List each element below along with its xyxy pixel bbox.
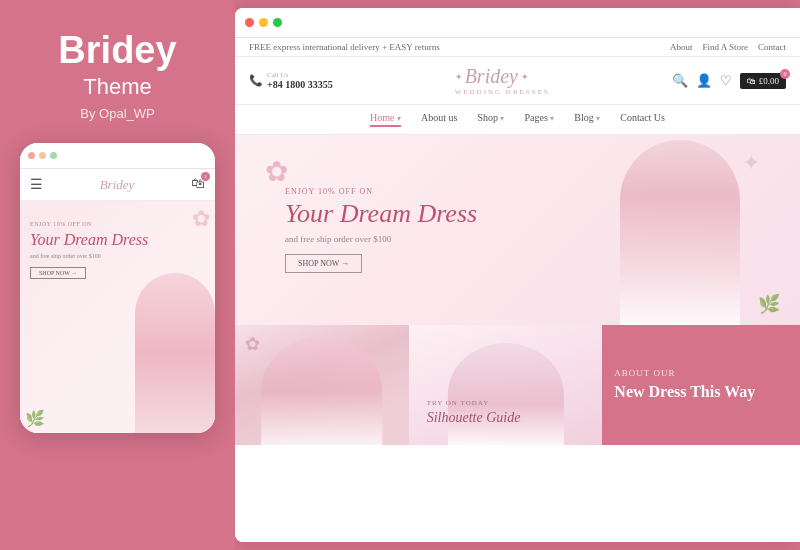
topbar-find-link[interactable]: Find A Store bbox=[702, 42, 748, 52]
mobile-hero-content: ENJOY 10% OFF ON Your Dream Dress and fr… bbox=[30, 221, 148, 279]
hero-subtitle: and free ship order over $100 bbox=[285, 234, 477, 244]
hamburger-icon: ☰ bbox=[30, 176, 43, 193]
grid-item-2: Try on today Silhouette Guide bbox=[409, 325, 603, 445]
mobile-logo: Bridey bbox=[100, 175, 135, 193]
mobile-cart-icon: 🛍 2 bbox=[191, 176, 205, 192]
topbar-promo: FREE express international delivery + EA… bbox=[249, 42, 440, 52]
mobile-hero-title: Your Dream Dress bbox=[30, 230, 148, 249]
logo-with-wings: ✦ Bridey ✦ bbox=[455, 65, 550, 88]
grid-item-2-content: Try on today Silhouette Guide bbox=[419, 391, 593, 435]
mobile-mockup: ☰ Bridey 🛍 2 ENJOY 10% OFF ON Your Dream… bbox=[20, 143, 215, 433]
logo-right-wing: ✦ bbox=[521, 72, 528, 82]
hero-flower-left-icon: ✿ bbox=[265, 155, 288, 188]
mobile-dot-red bbox=[28, 152, 35, 159]
cart-amount: £0.00 bbox=[759, 76, 779, 86]
hero-content: ENJOY 10% OFF ON Your Dream Dress and fr… bbox=[235, 187, 477, 273]
header-icons: 🔍 👤 ♡ 0 🛍 £0.00 bbox=[672, 73, 786, 89]
nav-pages[interactable]: Pages ▾ bbox=[524, 112, 554, 127]
nav-contact[interactable]: Contact Us bbox=[620, 112, 665, 127]
brand-by: By Opal_WP bbox=[80, 106, 154, 121]
bottom-grid: ✿ Try on today Silhouette Guide About Ou… bbox=[235, 325, 800, 445]
phone-number: +84 1800 33355 bbox=[267, 79, 333, 90]
phone-label: Call Us bbox=[267, 71, 333, 79]
mobile-shop-button[interactable]: SHOP NOW → bbox=[30, 267, 86, 279]
brand-title: Bridey bbox=[58, 30, 176, 72]
browser-bar bbox=[235, 8, 800, 38]
grid-item-3-title: New Dress This Way bbox=[614, 382, 788, 401]
mobile-dot-yellow bbox=[39, 152, 46, 159]
topbar-about-link[interactable]: About bbox=[670, 42, 693, 52]
search-icon[interactable]: 🔍 bbox=[672, 73, 688, 89]
site-nav: Home ▾ About us Shop ▾ Pages ▾ Blog ▾ Co… bbox=[235, 105, 800, 135]
cart-badge: 0 bbox=[780, 69, 790, 79]
hero-leaf-icon: 🌿 bbox=[758, 293, 780, 315]
site-phone: 📞 Call Us +84 1800 33355 bbox=[249, 71, 333, 90]
theme-label: Theme bbox=[83, 74, 151, 100]
mobile-top-bar bbox=[20, 143, 215, 169]
site-logo: ✦ Bridey ✦ WEDDING DRESSES bbox=[455, 65, 550, 96]
nav-shop[interactable]: Shop ▾ bbox=[477, 112, 504, 127]
website-content: FREE express international delivery + EA… bbox=[235, 38, 800, 542]
grid-item-2-title: Silhouette Guide bbox=[427, 410, 585, 427]
mobile-bride-shape bbox=[135, 273, 215, 433]
site-top-bar: FREE express international delivery + EA… bbox=[235, 38, 800, 57]
wishlist-icon[interactable]: ♡ bbox=[720, 73, 732, 89]
grid-item-3-about: About Our bbox=[614, 368, 788, 378]
mobile-leaf-icon: 🌿 bbox=[25, 409, 45, 428]
hero-flower-right-icon: ✦ bbox=[742, 150, 760, 176]
logo-subtitle: WEDDING DRESSES bbox=[455, 88, 550, 96]
nav-blog[interactable]: Blog ▾ bbox=[574, 112, 600, 127]
hero-title: Your Dream Dress bbox=[285, 200, 477, 229]
grid-bride-image-1: ✿ bbox=[235, 325, 409, 445]
hero-cta-button[interactable]: SHOP NOW → bbox=[285, 254, 362, 273]
hero-section: ✿ ENJOY 10% OFF ON Your Dream Dress and … bbox=[235, 135, 800, 325]
mobile-hero-sub: and free ship order over $100 bbox=[30, 253, 148, 259]
browser-window: FREE express international delivery + EA… bbox=[235, 8, 800, 542]
mobile-discount: ENJOY 10% OFF ON bbox=[30, 221, 148, 227]
mobile-dot-green bbox=[50, 152, 57, 159]
cart-button[interactable]: 0 🛍 £0.00 bbox=[740, 73, 786, 89]
hero-discount: ENJOY 10% OFF ON bbox=[285, 187, 477, 196]
mobile-cart-badge: 2 bbox=[201, 172, 210, 181]
phone-info: Call Us +84 1800 33355 bbox=[267, 71, 333, 90]
nav-about[interactable]: About us bbox=[421, 112, 457, 127]
grid-item-3: About Our New Dress This Way bbox=[602, 325, 800, 445]
topbar-contact-link[interactable]: Contact bbox=[758, 42, 786, 52]
site-header: 📞 Call Us +84 1800 33355 ✦ Bridey ✦ WEDD… bbox=[235, 57, 800, 105]
logo-left-wing: ✦ bbox=[455, 72, 462, 82]
grid-flower-icon: ✿ bbox=[245, 333, 260, 355]
grid-item-1: ✿ bbox=[235, 325, 409, 445]
account-icon[interactable]: 👤 bbox=[696, 73, 712, 89]
mobile-hero: ENJOY 10% OFF ON Your Dream Dress and fr… bbox=[20, 201, 215, 433]
left-panel: Bridey Theme By Opal_WP ☰ Bridey 🛍 2 ENJ… bbox=[0, 0, 235, 550]
nav-home[interactable]: Home ▾ bbox=[370, 112, 401, 127]
grid-item-2-label: Try on today bbox=[427, 399, 585, 407]
topbar-links: About Find A Store Contact bbox=[670, 42, 786, 52]
browser-dot-red bbox=[245, 18, 254, 27]
mobile-nav-bar: ☰ Bridey 🛍 2 bbox=[20, 169, 215, 201]
phone-icon: 📞 bbox=[249, 74, 263, 87]
logo-text: Bridey bbox=[465, 65, 518, 88]
browser-dot-green bbox=[273, 18, 282, 27]
hero-bride-shape bbox=[620, 140, 740, 325]
mobile-flower-icon: ✿ bbox=[192, 206, 210, 232]
browser-dot-yellow bbox=[259, 18, 268, 27]
